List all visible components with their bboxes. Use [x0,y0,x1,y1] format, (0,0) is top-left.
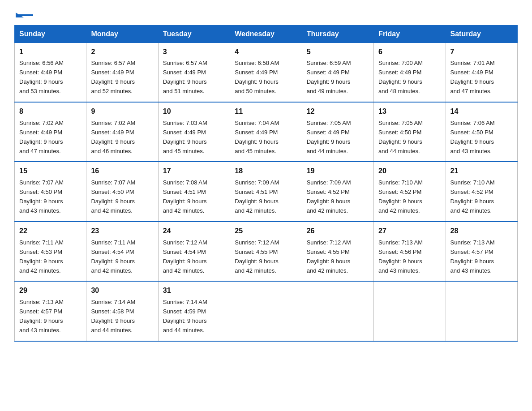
weekday-header: Wednesday [230,25,302,43]
day-number: 2 [91,47,153,58]
calendar-cell: 30 Sunrise: 7:14 AMSunset: 4:58 PMDaylig… [86,281,158,341]
day-number: 3 [163,47,225,58]
calendar-cell: 9 Sunrise: 7:02 AMSunset: 4:49 PMDayligh… [86,102,158,162]
calendar-cell: 19 Sunrise: 7:09 AMSunset: 4:52 PMDaylig… [302,162,373,221]
day-number: 11 [235,106,297,117]
day-number: 15 [19,166,82,177]
weekday-header-row: SundayMondayTuesdayWednesdayThursdayFrid… [15,25,518,43]
day-info: Sunrise: 6:56 AMSunset: 4:49 PMDaylight:… [19,60,64,94]
calendar-week-row: 15 Sunrise: 7:07 AMSunset: 4:50 PMDaylig… [15,162,518,221]
calendar-cell: 29 Sunrise: 7:13 AMSunset: 4:57 PMDaylig… [15,281,86,341]
day-info: Sunrise: 7:02 AMSunset: 4:49 PMDaylight:… [19,120,64,154]
day-info: Sunrise: 7:14 AMSunset: 4:58 PMDaylight:… [91,299,135,334]
calendar-cell: 17 Sunrise: 7:08 AMSunset: 4:51 PMDaylig… [158,162,230,221]
page-header [14,11,518,17]
day-number: 24 [163,226,225,237]
day-info: Sunrise: 7:11 AMSunset: 4:54 PMDaylight:… [91,239,135,274]
day-info: Sunrise: 6:57 AMSunset: 4:49 PMDaylight:… [91,60,135,94]
calendar-week-row: 8 Sunrise: 7:02 AMSunset: 4:49 PMDayligh… [15,102,518,162]
day-info: Sunrise: 7:06 AMSunset: 4:50 PMDaylight:… [450,120,495,154]
day-info: Sunrise: 7:04 AMSunset: 4:49 PMDaylight:… [235,120,279,154]
day-info: Sunrise: 7:07 AMSunset: 4:50 PMDaylight:… [91,179,135,214]
calendar-cell: 28 Sunrise: 7:13 AMSunset: 4:57 PMDaylig… [446,222,517,281]
day-info: Sunrise: 7:09 AMSunset: 4:51 PMDaylight:… [235,179,279,214]
calendar-cell: 24 Sunrise: 7:12 AMSunset: 4:54 PMDaylig… [158,222,230,281]
day-info: Sunrise: 7:10 AMSunset: 4:52 PMDaylight:… [450,179,495,214]
day-info: Sunrise: 7:07 AMSunset: 4:50 PMDaylight:… [19,179,64,214]
calendar-cell: 20 Sunrise: 7:10 AMSunset: 4:52 PMDaylig… [374,162,446,221]
day-number: 12 [307,106,369,117]
calendar-table: SundayMondayTuesdayWednesdayThursdayFrid… [14,25,518,342]
day-info: Sunrise: 7:12 AMSunset: 4:55 PMDaylight:… [235,239,279,274]
day-number: 18 [235,166,297,177]
weekday-header: Monday [86,25,158,43]
calendar-cell: 15 Sunrise: 7:07 AMSunset: 4:50 PMDaylig… [15,162,86,221]
day-info: Sunrise: 7:12 AMSunset: 4:55 PMDaylight:… [307,239,351,274]
day-info: Sunrise: 7:13 AMSunset: 4:56 PMDaylight:… [378,239,423,274]
calendar-week-row: 29 Sunrise: 7:13 AMSunset: 4:57 PMDaylig… [15,281,518,341]
day-info: Sunrise: 7:08 AMSunset: 4:51 PMDaylight:… [163,179,207,214]
weekday-header: Thursday [302,25,373,43]
day-number: 28 [450,226,513,237]
day-number: 20 [378,166,441,177]
calendar-cell: 2 Sunrise: 6:57 AMSunset: 4:49 PMDayligh… [86,43,158,102]
calendar-cell: 4 Sunrise: 6:58 AMSunset: 4:49 PMDayligh… [230,43,302,102]
logo [14,11,33,17]
day-info: Sunrise: 7:01 AMSunset: 4:49 PMDaylight:… [450,60,495,94]
day-info: Sunrise: 6:57 AMSunset: 4:49 PMDaylight:… [163,60,207,94]
day-info: Sunrise: 7:12 AMSunset: 4:54 PMDaylight:… [163,239,207,274]
calendar-cell [446,281,517,341]
calendar-cell: 3 Sunrise: 6:57 AMSunset: 4:49 PMDayligh… [158,43,230,102]
day-number: 13 [378,106,441,117]
day-number: 17 [163,166,225,177]
day-number: 22 [19,226,82,237]
day-info: Sunrise: 7:00 AMSunset: 4:49 PMDaylight:… [378,60,423,94]
day-number: 6 [378,47,441,58]
calendar-cell: 23 Sunrise: 7:11 AMSunset: 4:54 PMDaylig… [86,222,158,281]
day-number: 30 [91,285,153,296]
calendar-cell: 21 Sunrise: 7:10 AMSunset: 4:52 PMDaylig… [446,162,517,221]
weekday-header: Friday [374,25,446,43]
calendar-cell: 27 Sunrise: 7:13 AMSunset: 4:56 PMDaylig… [374,222,446,281]
calendar-cell: 22 Sunrise: 7:11 AMSunset: 4:53 PMDaylig… [15,222,86,281]
weekday-header: Sunday [15,25,86,43]
day-info: Sunrise: 7:14 AMSunset: 4:59 PMDaylight:… [163,299,207,334]
day-number: 21 [450,166,513,177]
calendar-cell: 31 Sunrise: 7:14 AMSunset: 4:59 PMDaylig… [158,281,230,341]
day-info: Sunrise: 7:02 AMSunset: 4:49 PMDaylight:… [91,120,135,154]
day-info: Sunrise: 7:11 AMSunset: 4:53 PMDaylight:… [19,239,64,274]
calendar-cell: 1 Sunrise: 6:56 AMSunset: 4:49 PMDayligh… [15,43,86,102]
weekday-header: Tuesday [158,25,230,43]
calendar-cell [302,281,373,341]
calendar-cell: 26 Sunrise: 7:12 AMSunset: 4:55 PMDaylig… [302,222,373,281]
calendar-cell: 7 Sunrise: 7:01 AMSunset: 4:49 PMDayligh… [446,43,517,102]
day-number: 4 [235,47,297,58]
calendar-cell: 11 Sunrise: 7:04 AMSunset: 4:49 PMDaylig… [230,102,302,162]
day-number: 27 [378,226,441,237]
calendar-cell: 12 Sunrise: 7:05 AMSunset: 4:49 PMDaylig… [302,102,373,162]
calendar-cell: 16 Sunrise: 7:07 AMSunset: 4:50 PMDaylig… [86,162,158,221]
calendar-cell: 10 Sunrise: 7:03 AMSunset: 4:49 PMDaylig… [158,102,230,162]
calendar-cell: 13 Sunrise: 7:05 AMSunset: 4:50 PMDaylig… [374,102,446,162]
calendar-cell: 6 Sunrise: 7:00 AMSunset: 4:49 PMDayligh… [374,43,446,102]
day-number: 26 [307,226,369,237]
day-number: 9 [91,106,153,117]
calendar-week-row: 22 Sunrise: 7:11 AMSunset: 4:53 PMDaylig… [15,222,518,281]
calendar-cell [230,281,302,341]
day-number: 19 [307,166,369,177]
day-number: 10 [163,106,225,117]
day-info: Sunrise: 6:58 AMSunset: 4:49 PMDaylight:… [235,60,279,94]
day-number: 16 [91,166,153,177]
day-number: 5 [307,47,369,58]
calendar-cell: 18 Sunrise: 7:09 AMSunset: 4:51 PMDaylig… [230,162,302,221]
day-info: Sunrise: 7:13 AMSunset: 4:57 PMDaylight:… [19,299,64,334]
day-number: 8 [19,106,82,117]
day-number: 25 [235,226,297,237]
day-number: 7 [450,47,513,58]
calendar-cell [374,281,446,341]
calendar-cell: 14 Sunrise: 7:06 AMSunset: 4:50 PMDaylig… [446,102,517,162]
calendar-cell: 8 Sunrise: 7:02 AMSunset: 4:49 PMDayligh… [15,102,86,162]
day-number: 23 [91,226,153,237]
day-info: Sunrise: 7:10 AMSunset: 4:52 PMDaylight:… [378,179,423,214]
day-info: Sunrise: 7:09 AMSunset: 4:52 PMDaylight:… [307,179,351,214]
